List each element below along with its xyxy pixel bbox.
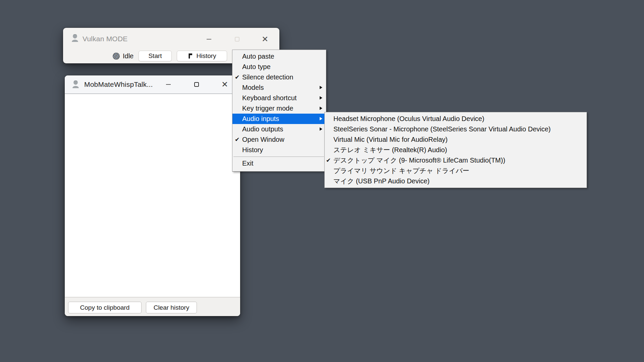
- history-button[interactable]: History: [177, 51, 227, 61]
- check-icon: ✔: [326, 155, 333, 166]
- submenu-arrow-icon: [320, 117, 322, 120]
- menu-item-silence-detection[interactable]: ✔ Silence detection: [232, 72, 326, 82]
- app-person-icon: [72, 80, 79, 89]
- mobmate-window-title: MobMateWhispTalk...: [84, 80, 153, 88]
- menu-item-key-trigger-mode[interactable]: Key trigger mode: [232, 103, 326, 114]
- copy-button-label: Copy to clipboard: [80, 304, 130, 311]
- audio-input-option-stereo-mixer[interactable]: ステレオ ミキサー (Realtek(R) Audio): [325, 145, 587, 155]
- menu-item-auto-type[interactable]: Auto type: [232, 62, 326, 72]
- scroll-icon: [187, 53, 193, 59]
- menu-item-exit[interactable]: Exit: [232, 158, 326, 169]
- vulkan-maximize-button[interactable]: [229, 34, 245, 45]
- audio-inputs-submenu: Headset Microphone (Oculus Virtual Audio…: [324, 112, 587, 188]
- menu-item-audio-outputs[interactable]: Audio outputs: [232, 124, 326, 134]
- copy-to-clipboard-button[interactable]: Copy to clipboard: [68, 302, 142, 313]
- minimize-icon: [207, 39, 211, 40]
- close-icon: ✕: [262, 35, 268, 43]
- maximize-icon: [235, 37, 239, 42]
- mobmate-minimize-button[interactable]: [161, 79, 176, 90]
- status-label: Idle: [123, 52, 133, 60]
- submenu-arrow-icon: [320, 127, 322, 131]
- menu-item-models[interactable]: Models: [232, 82, 326, 93]
- menu-item-history[interactable]: History: [232, 145, 326, 155]
- submenu-arrow-icon: [320, 86, 322, 89]
- start-button-label: Start: [148, 52, 162, 60]
- submenu-arrow-icon: [320, 107, 322, 110]
- vulkan-close-button[interactable]: ✕: [257, 34, 273, 45]
- audio-input-option-desktop-mic[interactable]: ✔ デスクトップ マイク (9- Microsoft® LifeCam Stud…: [325, 155, 587, 166]
- vulkan-minimize-button[interactable]: [201, 34, 217, 45]
- menu-item-audio-inputs[interactable]: Audio inputs: [232, 114, 326, 124]
- clear-history-button[interactable]: Clear history: [146, 302, 197, 313]
- history-button-label: History: [196, 52, 216, 60]
- desktop: Vulkan MODE ✕ Idle Start History: [0, 0, 644, 362]
- status-sphere-icon: [113, 53, 120, 60]
- mobmate-close-button[interactable]: ✕: [217, 79, 232, 90]
- menu-separator: [233, 157, 324, 157]
- check-icon: ✔: [235, 72, 241, 82]
- check-icon: ✔: [235, 134, 241, 145]
- app-person-icon: [71, 34, 79, 43]
- mobmate-titlebar[interactable]: MobMateWhispTalk... ✕: [65, 75, 240, 94]
- mobmate-maximize-button[interactable]: [189, 79, 204, 90]
- close-icon: ✕: [221, 80, 228, 88]
- status-indicator: Idle: [113, 51, 133, 61]
- vulkan-window-title: Vulkan MODE: [83, 35, 127, 43]
- audio-input-option-virtual-mic[interactable]: Virtual Mic (Virtual Mic for AudioRelay): [325, 134, 587, 145]
- menu-item-open-window[interactable]: ✔ Open Window: [232, 134, 326, 145]
- submenu-arrow-icon: [320, 96, 322, 100]
- audio-input-option-headset-microphone[interactable]: Headset Microphone (Oculus Virtual Audio…: [325, 114, 587, 124]
- audio-input-option-primary-sound-capture[interactable]: プライマリ サウンド キャプチャ ドライバー: [325, 166, 587, 176]
- menu-item-keyboard-shortcut[interactable]: Keyboard shortcut: [232, 93, 326, 103]
- minimize-icon: [166, 84, 171, 85]
- start-button[interactable]: Start: [139, 51, 172, 61]
- audio-input-option-usb-pnp-mic[interactable]: マイク (USB PnP Audio Device): [325, 176, 587, 186]
- vulkan-titlebar[interactable]: Vulkan MODE ✕: [63, 28, 279, 48]
- context-menu: Auto paste Auto type ✔ Silence detection…: [232, 50, 326, 172]
- mobmate-footer: Copy to clipboard Clear history: [65, 297, 240, 316]
- menu-item-auto-paste[interactable]: Auto paste: [232, 51, 326, 62]
- audio-input-option-steelseries-sonar[interactable]: SteelSeries Sonar - Microphone (SteelSer…: [325, 124, 587, 134]
- history-text-area[interactable]: [65, 94, 240, 297]
- clear-button-label: Clear history: [154, 304, 190, 311]
- maximize-icon: [194, 82, 199, 87]
- mobmate-window: MobMateWhispTalk... ✕ Copy to clipboard …: [65, 75, 240, 316]
